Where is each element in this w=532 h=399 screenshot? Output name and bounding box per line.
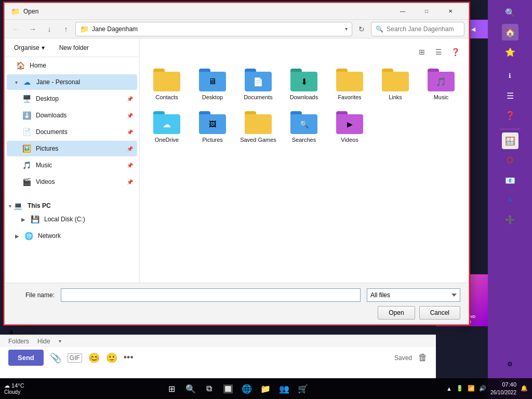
folder-item-desktop[interactable]: 🖥 Desktop [192, 65, 233, 104]
delete-icon[interactable]: 🗑 [418, 352, 428, 363]
saved-games-folder-icon [245, 111, 272, 134]
open-button[interactable]: Open [378, 306, 415, 320]
address-bar[interactable]: 📁 Jane Dagenham ▾ [75, 22, 352, 36]
attachment-icon[interactable]: 📎 [50, 352, 61, 364]
sidebar-item-network[interactable]: ▶ 🌐 Network [7, 228, 137, 244]
right-panel: 🔍 🏠 ⭐ ℹ ☰ ❓ 🪟 O 📧 A ➕ ⚙ [488, 0, 532, 399]
star-panel-icon[interactable]: ⭐ [502, 44, 518, 60]
favorites-folder-icon [336, 69, 363, 91]
sidebar-item-jane-personal[interactable]: ▾ ☁ Jane - Personal [7, 74, 137, 90]
sidebar-item-desktop[interactable]: 🖥️ Desktop 📌 [7, 91, 137, 107]
taskbar-edge[interactable]: 🌐 [240, 381, 254, 396]
folder-item-saved-games[interactable]: Saved Games [237, 108, 279, 147]
saved-games-folder-label: Saved Games [240, 136, 276, 143]
system-tray-chevron[interactable]: ▲ [446, 385, 452, 392]
this-pc-icon: 💻 [14, 202, 22, 210]
sidebar-item-documents[interactable]: 📄 Documents 📌 [7, 124, 137, 140]
filetype-select[interactable]: All files Text files (*.txt) All files (… [367, 288, 460, 302]
documents-folder-icon: 📄 [245, 69, 272, 91]
office-panel-icon[interactable]: O [502, 152, 518, 169]
downloads-label: Downloads [36, 112, 123, 119]
this-pc-section[interactable]: ▾ 💻 This PC [5, 198, 139, 211]
folder-item-pictures[interactable]: 🖼 Pictures [192, 108, 233, 147]
send-button[interactable]: Send [8, 350, 44, 366]
folder-item-favorites[interactable]: Favorites [329, 65, 370, 104]
minimize-button[interactable]: — [391, 3, 415, 20]
taskbar-store[interactable]: 🛒 [296, 381, 310, 396]
azure-panel-icon[interactable]: A [502, 192, 518, 208]
documents-folder-label: Documents [244, 94, 273, 101]
more-options-icon[interactable]: ••• [124, 352, 134, 363]
search-box[interactable]: 🔍 [371, 22, 464, 36]
maximize-button[interactable]: □ [415, 3, 438, 20]
folder-item-music[interactable]: 🎵 Music [420, 65, 462, 104]
volume-icon[interactable]: 🔊 [479, 385, 486, 392]
file-area: ⊞ ☰ ❓ Contacts [140, 38, 469, 283]
taskbar-explorer[interactable]: 📁 [258, 381, 273, 396]
taskbar-widgets[interactable]: 🔲 [221, 381, 235, 396]
music-overlay-icon: 🎵 [428, 72, 455, 91]
add-panel-icon[interactable]: ➕ [502, 211, 518, 228]
pictures-label: Pictures [36, 145, 123, 152]
weather-desc: Cloudy [4, 389, 24, 395]
taskbar-search[interactable]: 🔍 [183, 381, 198, 396]
this-pc-label: This PC [28, 202, 51, 209]
search-panel-icon[interactable]: 🔍 [502, 4, 518, 21]
up-button[interactable]: ↓ [42, 22, 57, 36]
videos-label: Videos [36, 178, 123, 185]
taskbar-time[interactable]: 07:40 26/10/2022 [490, 381, 516, 396]
settings-panel-icon[interactable]: ⚙ [488, 361, 532, 368]
folder-item-links[interactable]: Links [375, 65, 416, 104]
music-icon: 🎵 [21, 160, 32, 170]
gif-icon[interactable]: GIF [68, 353, 82, 363]
start-button[interactable]: ⊞ [165, 381, 179, 396]
sidebar-item-home[interactable]: 🏠 Home [7, 58, 137, 73]
sidebar-item-music[interactable]: 🎵 Music 📌 [7, 157, 137, 173]
notification-icon[interactable]: 🔔 [521, 385, 528, 392]
help-button[interactable]: ❓ [448, 45, 462, 59]
hide-label[interactable]: Hide [37, 338, 50, 345]
taskbar-teams[interactable]: 👥 [277, 381, 291, 396]
organise-label: Organise [14, 44, 39, 51]
organise-button[interactable]: Organise ▾ [11, 42, 48, 54]
documents-icon: 📄 [21, 127, 32, 137]
sidebar-item-downloads[interactable]: ⬇️ Downloads 📌 [7, 108, 137, 123]
folder-item-onedrive[interactable]: ☁ OneDrive [146, 108, 188, 147]
folder-item-documents[interactable]: 📄 Documents [237, 65, 279, 104]
list-panel-icon[interactable]: ☰ [502, 87, 518, 104]
folder-item-contacts[interactable]: Contacts [146, 65, 188, 104]
info-panel-icon[interactable]: ℹ [502, 68, 518, 84]
view-options-button[interactable]: ⊞ [415, 45, 429, 59]
pin-icon-doc: 📌 [127, 129, 133, 135]
desktop-icon: 🖥️ [21, 94, 32, 104]
search-input[interactable] [387, 25, 464, 33]
music-label: Music [36, 162, 123, 169]
close-button[interactable]: ✕ [438, 3, 462, 20]
sticker-icon[interactable]: 😊 [88, 352, 100, 364]
new-folder-button[interactable]: New folder [56, 42, 92, 54]
details-view-button[interactable]: ☰ [431, 45, 446, 59]
organise-chevron-icon: ▾ [42, 44, 45, 51]
home-label: Home [30, 62, 133, 69]
folder-item-searches[interactable]: 🔍 Searches [283, 108, 325, 147]
sidebar-item-pictures[interactable]: 🖼️ Pictures 📌 [7, 141, 137, 156]
sidebar-item-videos[interactable]: 🎬 Videos 📌 [7, 174, 137, 190]
filename-input[interactable] [61, 288, 361, 302]
jane-expand-icon: ▾ [15, 79, 18, 85]
network-expand-icon: ▶ [15, 233, 19, 239]
back-button[interactable]: ← [9, 22, 23, 36]
parent-dir-button[interactable]: ↑ [59, 22, 73, 36]
home-panel-icon[interactable]: 🏠 [502, 24, 518, 41]
sidebar-item-local-disk[interactable]: ▶ 💾 Local Disk (C:) [7, 211, 137, 227]
help-panel-icon[interactable]: ❓ [502, 107, 518, 124]
downloads-folder-icon: ⬇ [290, 69, 317, 91]
forward-button[interactable]: → [25, 22, 40, 36]
windows-panel-icon[interactable]: 🪟 [502, 132, 518, 149]
folder-item-downloads[interactable]: ⬇ Downloads [283, 65, 325, 104]
refresh-button[interactable]: ↻ [354, 22, 369, 36]
emoji-icon[interactable]: 🙂 [106, 352, 117, 364]
taskbar-taskview[interactable]: ⧉ [202, 381, 217, 396]
folder-item-videos[interactable]: ▶ Videos [329, 108, 370, 147]
cancel-button[interactable]: Cancel [419, 306, 460, 320]
outlook-panel-icon[interactable]: 📧 [502, 172, 518, 189]
